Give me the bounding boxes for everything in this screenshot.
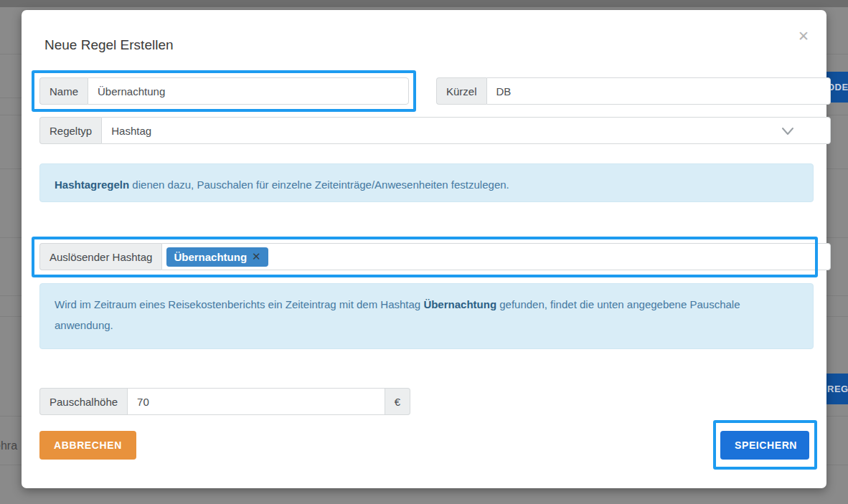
info2-bold-text: Übernachtung <box>423 298 496 310</box>
kuerzel-label: Kürzel <box>436 77 486 105</box>
remove-tag-icon[interactable]: ✕ <box>252 252 261 262</box>
hashtag-token-text: Übernachtung <box>174 251 247 263</box>
kuerzel-input-group: Kürzel <box>436 77 831 105</box>
background-text-clipped: ehra <box>0 439 23 452</box>
info2-text-part1: Wird im Zeitraum eines Reisekostenberich… <box>55 298 423 310</box>
hashtag-token: Übernachtung ✕ <box>166 247 268 267</box>
pauschalhoehe-input[interactable] <box>127 388 385 415</box>
background-topbar <box>0 0 848 7</box>
name-input[interactable] <box>88 77 409 105</box>
modal-title: Neue Regel Erstellen <box>44 37 174 53</box>
info1-bold-text: Hashtagregeln <box>55 179 129 191</box>
pauschalhoehe-label: Pauschalhöhe <box>39 388 127 415</box>
name-label: Name <box>39 77 88 105</box>
currency-suffix: € <box>385 388 410 415</box>
chevron-down-icon <box>781 127 794 135</box>
cancel-button[interactable]: ABBRECHEN <box>39 431 136 460</box>
name-input-group: Name <box>39 77 409 105</box>
hashtag-rules-info-alert: Hashtagregeln dienen dazu, Pauschalen fü… <box>39 163 814 202</box>
info1-text: dienen dazu, Pauschalen für einzelne Zei… <box>129 179 509 191</box>
pauschalhoehe-input-group: Pauschalhöhe € <box>39 388 410 415</box>
hashtag-input-group: Auslösender Hashtag Übernachtung ✕ <box>39 243 831 270</box>
hashtag-token-input[interactable]: Übernachtung ✕ <box>161 243 831 270</box>
close-icon[interactable]: ✕ <box>793 26 814 46</box>
rule-effect-info-alert: Wird im Zeitraum eines Reisekostenberich… <box>39 283 814 349</box>
kuerzel-input[interactable] <box>486 77 831 105</box>
regeltyp-select[interactable]: Hashtag <box>101 117 831 144</box>
regeltyp-label: Regeltyp <box>39 117 101 144</box>
create-rule-modal: Neue Regel Erstellen ✕ Name Kürzel Regel… <box>22 10 826 488</box>
hashtag-label: Auslösender Hashtag <box>39 243 161 270</box>
background-button-regel-clipped[interactable]: REGE <box>826 374 848 404</box>
regeltyp-selected-value: Hashtag <box>111 125 151 137</box>
save-button[interactable]: SPEICHERN <box>720 431 809 460</box>
regeltyp-input-group: Regeltyp Hashtag <box>39 117 831 144</box>
